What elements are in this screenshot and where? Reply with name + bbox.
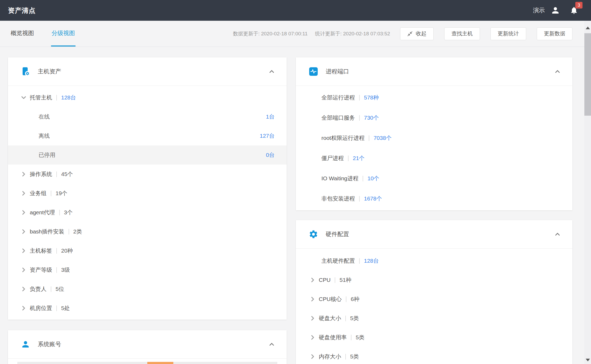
row-mem-size[interactable]: 内存大小5类 xyxy=(296,347,572,364)
find-host-button[interactable]: 查找主机 xyxy=(444,27,480,40)
row-disabled[interactable]: 已停用0台 xyxy=(8,145,287,165)
item-count[interactable]: 1678个 xyxy=(364,195,382,202)
item-count[interactable]: 0台 xyxy=(266,151,275,159)
item-count[interactable]: 1台 xyxy=(266,113,275,120)
row-cpu-cores[interactable]: CPU核心6种 xyxy=(296,290,572,309)
item-count[interactable]: 2类 xyxy=(73,228,82,235)
row-all-processes[interactable]: 全部运行进程578种 xyxy=(296,87,572,108)
item-label: CPU核心 xyxy=(319,295,342,303)
row-online[interactable]: 在线1台 xyxy=(8,107,287,126)
collapse-button[interactable]: 收起 xyxy=(400,27,434,40)
user-name[interactable]: 演示 xyxy=(533,6,545,14)
item-count[interactable]: 5类 xyxy=(350,353,359,360)
scrollbar-down-arrow-icon[interactable] xyxy=(586,359,590,361)
item-count[interactable]: 5处 xyxy=(61,304,70,312)
system-accounts-collapse-icon[interactable] xyxy=(269,341,275,347)
item-count[interactable]: 10个 xyxy=(367,175,379,182)
row-disk-usage[interactable]: 硬盘使用率5类 xyxy=(296,328,572,347)
item-count[interactable]: 5类 xyxy=(356,334,364,341)
row-zombie-processes[interactable]: 僵尸进程21个 xyxy=(296,148,572,168)
item-count[interactable]: 7038个 xyxy=(374,134,392,142)
tab-overview-view[interactable]: 概览视图 xyxy=(10,21,35,47)
row-offline[interactable]: 离线127台 xyxy=(8,126,287,145)
item-label: CPU xyxy=(319,277,330,283)
row-agent[interactable]: agent代理3个 xyxy=(8,203,287,222)
host-assets-collapse-icon[interactable] xyxy=(269,69,275,74)
chevron-right-icon[interactable] xyxy=(310,296,316,302)
row-owner[interactable]: 负责人5位 xyxy=(8,279,287,299)
item-count[interactable]: 5位 xyxy=(56,285,64,293)
chevron-right-icon[interactable] xyxy=(310,277,316,283)
row-non-package[interactable]: 非包安装进程1678个 xyxy=(296,189,572,209)
system-accounts-icon xyxy=(21,340,30,349)
separator-bar xyxy=(51,191,51,196)
chevron-right-icon[interactable] xyxy=(310,354,316,359)
main-content: 主机资产 托管主机128台在线1台离线127台已停用0台操作系统45个业务组19… xyxy=(0,47,591,364)
chevron-right-icon[interactable] xyxy=(310,334,316,340)
item-count[interactable]: 51种 xyxy=(339,276,351,284)
item-count[interactable]: 5类 xyxy=(350,315,359,322)
item-label: 负责人 xyxy=(30,285,47,293)
host-assets-title: 主机资产 xyxy=(38,68,61,76)
row-os[interactable]: 操作系统45个 xyxy=(8,165,287,184)
process-ports-collapse-icon[interactable] xyxy=(555,69,560,74)
chevron-right-icon[interactable] xyxy=(21,210,27,215)
scrollbar-up-arrow-icon[interactable] xyxy=(586,27,590,29)
chevron-right-icon[interactable] xyxy=(21,286,27,292)
item-count[interactable]: 45个 xyxy=(61,170,73,178)
row-all-port-services[interactable]: 全部端口服务730个 xyxy=(296,108,572,128)
separator-bar xyxy=(345,354,346,359)
row-host-tags[interactable]: 主机标签20种 xyxy=(8,241,287,260)
host-assets-card-header: 主机资产 xyxy=(8,57,287,86)
row-biz-group[interactable]: 业务组19个 xyxy=(8,184,287,203)
item-count[interactable]: 19个 xyxy=(56,190,67,197)
user-avatar-icon[interactable] xyxy=(551,6,560,15)
row-io-waiting[interactable]: IO Waiting进程10个 xyxy=(296,168,572,189)
item-label: agent代理 xyxy=(30,209,55,216)
chevron-right-icon[interactable] xyxy=(310,315,316,321)
item-label: 托管主机 xyxy=(30,94,52,101)
chevron-right-icon[interactable] xyxy=(21,267,27,273)
item-count[interactable]: 21个 xyxy=(353,154,364,162)
scrollbar[interactable] xyxy=(584,21,591,364)
chevron-right-icon[interactable] xyxy=(21,171,27,177)
update-stats-button[interactable]: 更新统计 xyxy=(491,27,526,40)
chevron-right-icon[interactable] xyxy=(21,305,27,311)
row-root-processes[interactable]: root权限运行进程7038个 xyxy=(296,128,572,148)
item-count[interactable]: 20种 xyxy=(61,247,73,254)
chevron-right-icon[interactable] xyxy=(21,190,27,196)
item-count[interactable]: 3级 xyxy=(61,266,70,274)
row-datacenter[interactable]: 机房位置5处 xyxy=(8,299,287,318)
item-count[interactable]: 127台 xyxy=(260,132,275,140)
separator-bar xyxy=(69,229,69,235)
item-count[interactable]: 128台 xyxy=(61,94,76,101)
notifications-button[interactable]: 3 xyxy=(570,6,578,15)
item-label: 操作系统 xyxy=(30,170,52,178)
row-cpu[interactable]: CPU51种 xyxy=(296,270,572,290)
hardware-config-collapse-icon[interactable] xyxy=(555,231,560,237)
item-label: 僵尸进程 xyxy=(321,154,344,162)
chevron-right-icon[interactable] xyxy=(21,248,27,254)
hardware-config-icon xyxy=(309,229,318,239)
accounts-bar-orange-segment xyxy=(147,362,173,364)
separator-bar xyxy=(51,286,51,292)
row-bash-plugin[interactable]: bash插件安装2类 xyxy=(8,222,287,241)
item-count[interactable]: 6种 xyxy=(351,295,359,303)
item-count[interactable]: 578种 xyxy=(364,94,379,101)
chevron-down-icon[interactable] xyxy=(21,95,27,101)
row-asset-level[interactable]: 资产等级3级 xyxy=(8,260,287,279)
row-host-hw-config[interactable]: 主机硬件配置128台 xyxy=(296,251,572,270)
update-stats-label: 更新统计 xyxy=(498,30,519,37)
row-hosted-hosts[interactable]: 托管主机128台 xyxy=(8,88,287,107)
item-count[interactable]: 128台 xyxy=(364,257,379,265)
update-data-label: 更新数据 xyxy=(544,30,565,37)
item-label: 全部端口服务 xyxy=(321,114,355,122)
chevron-right-icon[interactable] xyxy=(21,229,27,235)
row-disk-size[interactable]: 硬盘大小5类 xyxy=(296,309,572,328)
item-count[interactable]: 730个 xyxy=(364,114,379,122)
scrollbar-thumb[interactable] xyxy=(584,33,591,116)
item-count[interactable]: 3个 xyxy=(64,209,73,216)
update-data-button[interactable]: 更新数据 xyxy=(537,27,572,40)
tab-hierarchy-view[interactable]: 分级视图 xyxy=(51,21,76,47)
hardware-config-list: 主机硬件配置128台CPU51种CPU核心6种硬盘大小5类硬盘使用率5类内存大小… xyxy=(296,249,572,364)
